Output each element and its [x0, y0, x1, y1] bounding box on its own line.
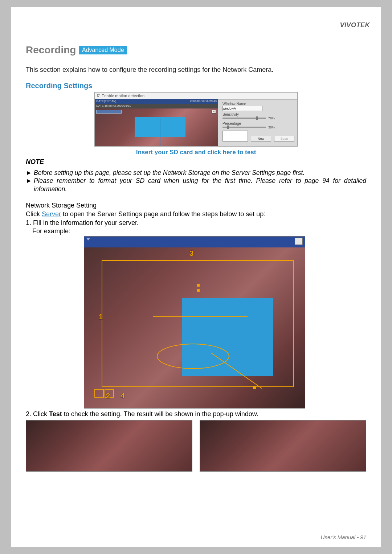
figure-title-bar [84, 237, 305, 247]
arrow-icon: ► [26, 169, 34, 177]
note-item: ► Please remember to format your SD card… [26, 177, 366, 193]
sensitivity-label: Sensitivity [222, 112, 295, 116]
motion-settings-panel: Window Name Sensitivity 78% Percentage 3… [222, 100, 295, 141]
sensitivity-value: 78% [268, 116, 275, 120]
result-figures-row [26, 420, 366, 472]
section-heading: Recording Settings [26, 82, 366, 90]
sensitivity-slider[interactable] [222, 118, 266, 119]
resize-handle-icon [253, 386, 256, 389]
step-marker-1: 1 [99, 313, 103, 321]
enable-motion-label: Enable motion detection [102, 94, 144, 98]
video-date-bar: DATE 16:58:43 2008/01/10 [95, 104, 218, 108]
motion-detection-figure: ☑ Enable motion detection GATE(TCP-AV) 2… [94, 92, 298, 147]
toolbar-button-box [94, 389, 104, 398]
annotation-ellipse [157, 344, 229, 369]
page-title: Recording [26, 44, 76, 56]
annotation-line [153, 316, 248, 317]
server-setup-figure: 3 1 2 4 [84, 236, 305, 409]
manual-page: VIVOTEK Recording Advanced Mode This sec… [11, 7, 381, 547]
window-label-box [96, 110, 122, 114]
note-text: Please remember to format your SD card w… [34, 177, 366, 193]
sd-card-caption: Insert your SD card and click here to te… [26, 149, 366, 156]
percentage-slider[interactable] [222, 127, 266, 128]
video-title-bar: GATE(TCP-AV) 2008/01/10 16:59:43 [95, 99, 218, 104]
window-name-input[interactable] [222, 106, 262, 111]
step-marker-2: 2 [106, 392, 110, 400]
dropdown-icon [86, 238, 90, 241]
text-post: to open the Server Settings page and fol… [61, 210, 265, 218]
checkbox-icon: ☑ [97, 94, 102, 98]
video-preview: GATE(TCP-AV) 2008/01/10 16:59:43 DATE 16… [95, 99, 218, 146]
window-listbox[interactable] [222, 131, 248, 141]
intro-paragraph: This section explains how to configure t… [26, 66, 366, 74]
brand-name: VIVOTEK [340, 21, 370, 29]
step-marker-3: 3 [189, 249, 193, 258]
video-title-left: GATE(TCP-AV) [96, 99, 116, 104]
page-footer: User's Manual - 91 [321, 534, 366, 540]
save-button[interactable]: Save [274, 136, 294, 141]
result-popup-figure-left [26, 420, 192, 472]
note-item: ► Before setting up this page, please se… [26, 169, 366, 177]
for-example-label: For example: [26, 227, 366, 235]
percentage-label: Percentage [222, 122, 295, 126]
callout-line [160, 118, 160, 147]
step-2: 2. Click Test to check the setting. The … [26, 410, 366, 418]
new-button[interactable]: New [251, 136, 271, 141]
resize-handle-icon [197, 289, 200, 292]
server-link[interactable]: Server [42, 210, 61, 218]
step-marker-4: 4 [121, 392, 124, 400]
note-heading: NOTE [26, 158, 366, 166]
note-list: ► Before setting up this page, please se… [26, 169, 366, 193]
page-content: Recording Advanced Mode This section exp… [11, 34, 381, 472]
network-storage-heading: Network Storage Setting [26, 202, 366, 209]
step2-pre: 2. Click [26, 410, 49, 418]
note-text: Before setting up this page, please set … [34, 169, 305, 177]
arrow-icon: ► [26, 177, 34, 193]
percentage-value: 38% [268, 126, 275, 129]
page-header: VIVOTEK [22, 7, 370, 34]
step2-bold: Test [49, 410, 62, 418]
video-title-right: 2008/01/10 16:59:43 [190, 99, 217, 104]
result-popup-figure-right [200, 420, 366, 472]
resize-handle-icon [197, 284, 200, 287]
network-storage-paragraph: Click Server to open the Server Settings… [26, 210, 366, 218]
enable-motion-checkbox-row: ☑ Enable motion detection [95, 93, 297, 100]
window-name-label: Window Name [222, 102, 295, 106]
close-icon [295, 238, 303, 245]
close-icon: ✕ [212, 110, 216, 114]
step-1: 1. Fill in the information for your serv… [26, 219, 366, 227]
advanced-mode-badge: Advanced Mode [79, 46, 127, 54]
step2-post: to check the setting. The result will be… [62, 410, 258, 418]
text-pre: Click [26, 210, 42, 218]
heading-row: Recording Advanced Mode [26, 44, 366, 56]
